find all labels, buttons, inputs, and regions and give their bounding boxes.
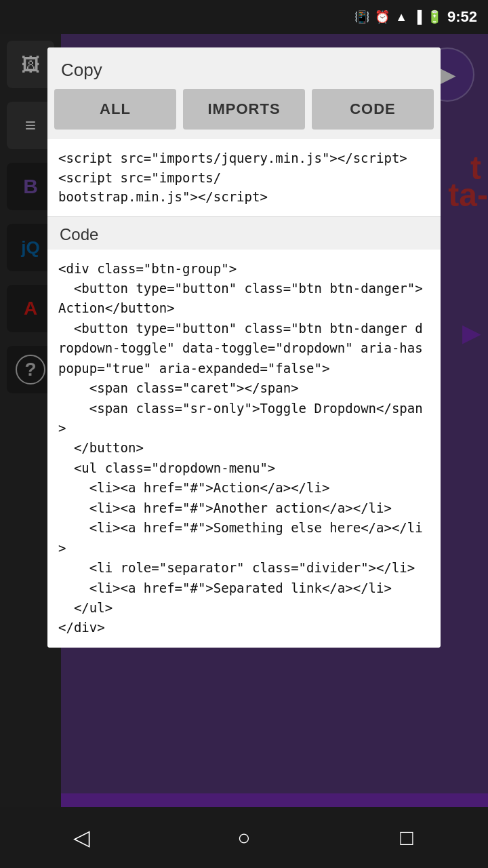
status-bar: 📳 ⏰ ▲ ▐ 🔋 9:52 (0, 0, 488, 34)
back-button[interactable]: ◁ (54, 810, 108, 865)
status-time: 9:52 (447, 8, 477, 26)
code-section: <div class="btn-group"> <button type="bu… (47, 250, 441, 648)
dialog-tabs: ALL IMPORTS CODE (47, 89, 441, 139)
dialog-header: Copy (47, 47, 441, 89)
tab-code[interactable]: CODE (312, 89, 434, 130)
tab-imports[interactable]: IMPORTS (183, 89, 305, 130)
dialog-overlay: Copy ALL IMPORTS CODE <script src="impor… (0, 34, 488, 834)
code-text: <div class="btn-group"> <button type="bu… (58, 259, 430, 638)
copy-dialog: Copy ALL IMPORTS CODE <script src="impor… (47, 47, 441, 648)
tab-all[interactable]: ALL (54, 89, 176, 130)
recent-apps-button[interactable]: □ (380, 810, 434, 865)
signal-icon: ▐ (413, 10, 422, 24)
vibrate-icon: 📳 (354, 9, 369, 24)
code-section-label: Code (47, 217, 441, 250)
wifi-icon: ▲ (395, 10, 407, 24)
status-icons: 📳 ⏰ ▲ ▐ 🔋 9:52 (354, 8, 477, 26)
imports-code-text: <script src="imports/jquery.min.js"></sc… (58, 149, 430, 207)
battery-icon: 🔋 (427, 9, 442, 24)
home-button[interactable]: ○ (217, 810, 271, 865)
bottom-navigation: ◁ ○ □ (0, 807, 488, 868)
imports-section: <script src="imports/jquery.min.js"></sc… (47, 139, 441, 217)
dialog-title: Copy (61, 60, 102, 80)
alarm-icon: ⏰ (375, 9, 390, 24)
